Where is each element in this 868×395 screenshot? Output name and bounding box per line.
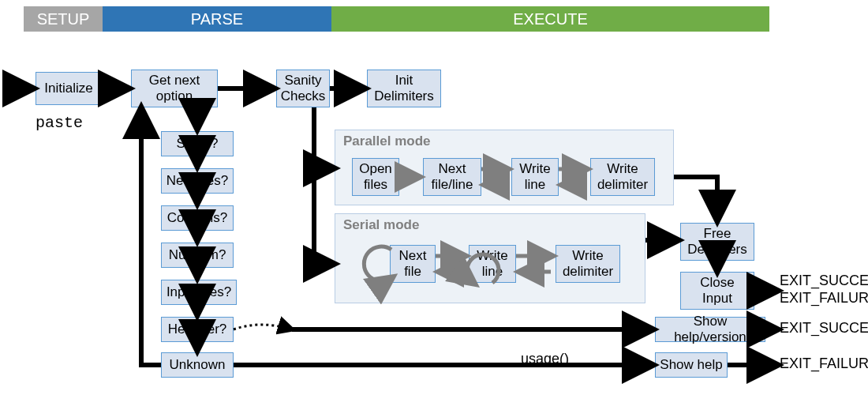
stage-bar: SETUP PARSE EXECUTE (24, 6, 769, 32)
text-close-input: Close Input (684, 275, 750, 306)
text-next-file: Next file (394, 248, 432, 279)
box-initialize: Initialize (36, 72, 102, 105)
text-write-line-s: Write line (473, 248, 512, 279)
text-sanity-checks: Sanity Checks (280, 73, 326, 103)
stage-execute: EXECUTE (331, 6, 769, 32)
parallel-mode-title: Parallel mode (343, 134, 431, 149)
box-nullterm-q: Nullterm? (161, 243, 234, 268)
label-usage: usage() (521, 351, 569, 367)
box-write-line-s: Write line (469, 245, 516, 283)
label-exit-close-success: EXIT_SUCCESS (780, 273, 868, 289)
box-next-file-line: Next file/line (423, 158, 481, 196)
label-exit-close-failure: EXIT_FAILURE (780, 290, 868, 307)
box-write-delimiter-p: Write delimiter (590, 158, 655, 196)
text-get-next-option: Get next option (135, 73, 214, 103)
box-open-files: Open files (352, 158, 399, 196)
text-write-line-p: Write line (515, 161, 555, 192)
serial-mode-title: Serial mode (343, 217, 419, 233)
label-exit-help-success: EXIT_SUCCESS (780, 320, 868, 337)
box-newlines-q: Newlines? (161, 168, 234, 194)
box-serial-q: Serial? (161, 131, 234, 156)
box-write-delimiter-s: Write delimiter (556, 245, 620, 283)
box-close-input: Close Input (680, 272, 754, 310)
text-open-files: Open files (356, 161, 395, 192)
text-next-file-line: Next file/line (427, 161, 477, 192)
text-free-delimiters: Free Delimiters (684, 226, 750, 257)
box-free-delimiters: Free Delimiters (680, 223, 754, 261)
text-write-delimiter-s: Write delimiter (559, 248, 616, 279)
cmd-label: paste (36, 114, 83, 132)
text-init-delimiters: Init Delimiters (371, 73, 437, 103)
box-columns-q: Columns? (161, 205, 234, 231)
box-get-next-option: Get next option (131, 70, 218, 107)
box-write-line-p: Write line (511, 158, 559, 196)
box-next-file: Next file (390, 245, 436, 283)
box-show-help-version: Show help/version (655, 317, 765, 342)
box-help-ver-q: Help/Ver? (161, 317, 234, 342)
box-init-delimiters: Init Delimiters (367, 70, 441, 107)
label-exit-help-failure: EXIT_FAILURE (780, 356, 868, 372)
box-show-help: Show help (655, 352, 728, 378)
box-unknown: Unknown (161, 352, 234, 378)
stage-setup: SETUP (24, 6, 103, 32)
box-sanity-checks: Sanity Checks (276, 70, 330, 107)
stage-parse: PARSE (103, 6, 331, 32)
text-write-delimiter-p: Write delimiter (594, 161, 651, 192)
box-input-files-q: Input files? (161, 280, 237, 305)
